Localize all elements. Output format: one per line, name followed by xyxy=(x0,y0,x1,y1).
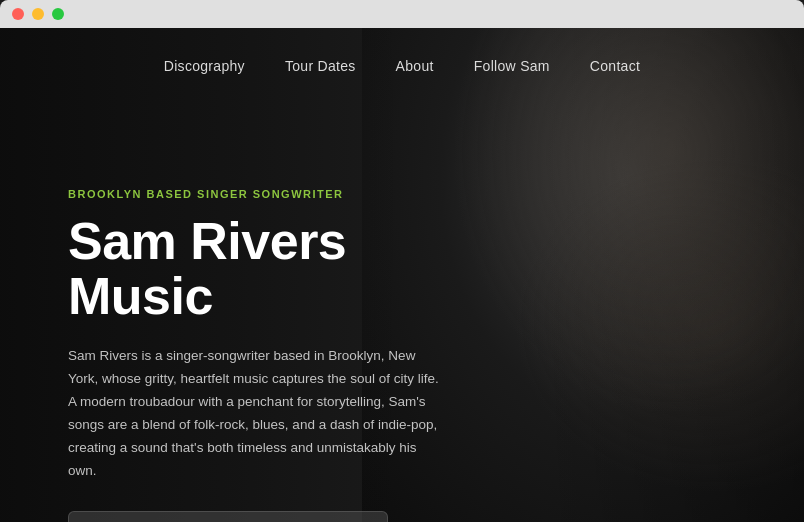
minimize-button[interactable] xyxy=(32,8,44,20)
window-chrome xyxy=(0,0,804,28)
nav-tour-dates[interactable]: Tour Dates xyxy=(285,58,356,74)
close-button[interactable] xyxy=(12,8,24,20)
hero-description: Sam Rivers is a singer-songwriter based … xyxy=(68,345,448,483)
hero-title: Sam Rivers Music xyxy=(68,214,488,323)
hero-content: BROOKLYN BASED SINGER SONGWRITER Sam Riv… xyxy=(68,188,488,522)
nav-about[interactable]: About xyxy=(396,58,434,74)
browser-content: Discography Tour Dates About Follow Sam … xyxy=(0,28,804,522)
nav-contact[interactable]: Contact xyxy=(590,58,640,74)
nav-follow-sam[interactable]: Follow Sam xyxy=(474,58,550,74)
maximize-button[interactable] xyxy=(52,8,64,20)
nav-discography[interactable]: Discography xyxy=(164,58,245,74)
main-nav: Discography Tour Dates About Follow Sam … xyxy=(0,28,804,94)
email-input[interactable] xyxy=(68,511,388,522)
hero-tagline: BROOKLYN BASED SINGER SONGWRITER xyxy=(68,188,488,200)
